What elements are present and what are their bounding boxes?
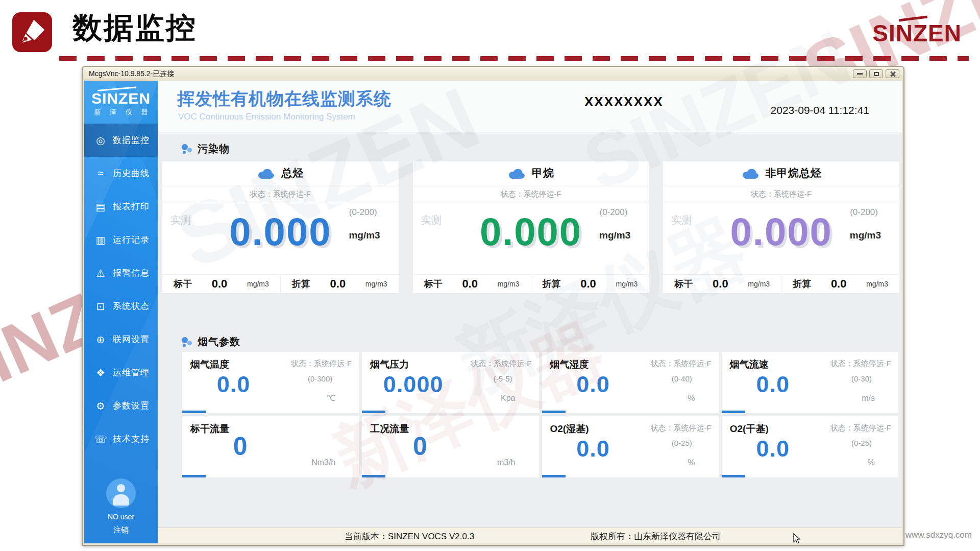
flue-param-name: 烟气流速	[730, 358, 769, 371]
range-label: (0-200)	[600, 207, 628, 218]
footer-reading-label: 标干	[174, 278, 192, 290]
sinzen-brand-logo: SINZEN	[872, 19, 962, 47]
range-label: (0-25)	[851, 439, 872, 447]
card-accent-bar	[362, 411, 385, 413]
flue-param-value: 0.0	[542, 436, 645, 462]
range-label: (0-200)	[850, 207, 878, 218]
flue-param-value: 0	[182, 432, 299, 461]
footer-reading-value: 0.0	[212, 277, 228, 291]
footer-reading: 标干0.0mg/m3	[162, 275, 280, 293]
status-text: 状态：系统停运-F	[162, 185, 399, 202]
footer-reading-value: 0.0	[831, 277, 847, 291]
pollutant-card: 甲烷状态：系统停运-F实测0.000(0-200)mg/m3标干0.0mg/m3…	[413, 161, 649, 293]
sidebar-logo-subtext: 新 泽 仪 器	[84, 108, 158, 117]
app-header: 挥发性有机物在线监测系统 VOC Continuous Emission Mon…	[158, 81, 902, 132]
sidebar-item-tech-support[interactable]: ☏技术支持	[84, 422, 158, 456]
unit-label: Kpa	[501, 394, 515, 403]
flue-card: 标干流量0Nm3/h	[182, 416, 359, 477]
alarm-icon: ⚠	[94, 267, 107, 279]
footer-reading-label: 折算	[543, 278, 561, 290]
flue-section-header: 烟气参数	[181, 335, 240, 349]
sidebar-item-label: 系统状态	[113, 300, 150, 312]
close-icon	[890, 71, 896, 77]
window-footer: 当前版本：SINZEN VOCS V2.0.3 版权所有：山东新泽仪器有限公司	[158, 528, 902, 543]
sidebar-item-label: 报警信息	[113, 267, 150, 279]
printer-icon: ▤	[94, 201, 107, 213]
user-avatar-icon[interactable]	[106, 478, 136, 508]
flue-card: O2(湿基)状态：系统停运-F(0-25)0.0%	[542, 416, 719, 477]
footer-reading: 折算0.0mg/m3	[531, 275, 649, 293]
card-accent-bar	[182, 411, 206, 413]
sidebar-item-label: 技术支持	[113, 433, 150, 445]
footer-reading: 标干0.0mg/m3	[413, 275, 531, 293]
unit-label: mg/m3	[349, 230, 380, 241]
footer-reading-value: 0.0	[330, 277, 346, 291]
flue-param-value: 0.0	[722, 371, 824, 398]
flue-card: 烟气温度状态：系统停运-F(0-300)0.0℃	[182, 352, 359, 413]
sidebar-item-label: 运维管理	[113, 367, 150, 378]
version-text: 当前版本：SINZEN VOCS V2.0.3	[345, 531, 474, 542]
sidebar-item-param-setup[interactable]: ⚙参数设置	[84, 389, 158, 422]
sidebar-logo-text: SINZEN	[84, 91, 158, 106]
sidebar-item-run-record[interactable]: ▥运行记录	[84, 223, 158, 256]
pollutant-name: 总烃	[281, 166, 304, 180]
footer-reading: 标干0.0mg/m3	[663, 275, 781, 293]
flue-card: O2(干基)状态：系统停运-F(0-25)0.0%	[722, 416, 898, 477]
sidebar-item-alarm-info[interactable]: ⚠报警信息	[84, 256, 158, 290]
close-button[interactable]	[886, 69, 899, 78]
monitor-icon: ◎	[94, 134, 107, 147]
flue-param-name: 烟气压力	[370, 358, 409, 371]
card-accent-bar	[362, 475, 385, 477]
flue-param-name: 烟气湿度	[550, 358, 589, 371]
user-block: NO user 注销	[84, 478, 158, 535]
sidebar-item-label: 历史曲线	[113, 167, 150, 179]
section-dots-icon	[181, 337, 192, 348]
pollutant-card: 总烃状态：系统停运-F实测0.000(0-200)mg/m3标干0.0mg/m3…	[162, 161, 399, 293]
unit-label: mg/m3	[850, 230, 881, 241]
flue-card: 烟气压力状态：系统停运-F(-5-5)0.000Kpa	[362, 352, 538, 413]
footer-reading-unit: mg/m3	[748, 280, 770, 288]
window-body: SINZEN 新 泽 仪 器 ◎数据监控≈历史曲线▤报表打印▥运行记录⚠报警信息…	[84, 81, 902, 543]
maximize-button[interactable]	[869, 69, 883, 78]
logout-button[interactable]: 注销	[84, 525, 158, 535]
sidebar-item-network-setup[interactable]: ⊕联网设置	[84, 323, 158, 356]
sidebar-item-maintenance[interactable]: ❖运维管理	[84, 356, 158, 389]
network-icon: ⊕	[94, 333, 107, 346]
flue-param-name: O2(干基)	[730, 422, 769, 436]
range-label: (0-25)	[672, 439, 692, 447]
window-titlebar[interactable]: McgsVnc-10.9.85.2-已连接	[83, 67, 903, 81]
pollutant-reading: 实测0.000(0-200)mg/m3	[162, 202, 399, 274]
pollutant-name: 甲烷	[532, 166, 554, 180]
status-text: 状态：系统停运-F	[663, 185, 899, 202]
status-text: 状态：系统停运-F	[830, 423, 891, 433]
cloud-icon	[507, 167, 526, 179]
sidebar-item-system-status[interactable]: ⊡系统状态	[84, 290, 158, 323]
unit-label: %	[688, 394, 695, 403]
card-accent-bar	[722, 475, 745, 477]
minimize-button[interactable]	[853, 69, 867, 78]
pollutant-reading: 实测0.000(0-200)mg/m3	[413, 202, 649, 274]
sidebar-item-label: 运行记录	[113, 234, 150, 246]
main-content: 挥发性有机物在线监测系统 VOC Continuous Emission Mon…	[158, 81, 902, 543]
range-label: (0-30)	[851, 374, 872, 383]
sidebar-item-report-print[interactable]: ▤报表打印	[84, 190, 158, 223]
slide-pen-icon	[12, 12, 52, 52]
footer-reading-value: 0.0	[713, 277, 728, 291]
sidebar-logo: SINZEN 新 泽 仪 器	[84, 81, 158, 124]
flue-param-name: 烟气温度	[190, 358, 229, 371]
sidebar-item-history-curve[interactable]: ≈历史曲线	[84, 157, 158, 190]
pollutant-cards: 总烃状态：系统停运-F实测0.000(0-200)mg/m3标干0.0mg/m3…	[162, 161, 899, 293]
section-title: 污染物	[198, 142, 230, 156]
maximize-icon	[874, 72, 879, 76]
datetime-display: 2023-09-04 11:12:41	[771, 104, 869, 116]
pollutant-card-header: 非甲烷总烃	[663, 161, 899, 185]
minimize-icon	[857, 73, 863, 75]
sidebar-item-data-monitor[interactable]: ◎数据监控	[84, 124, 158, 157]
flue-card: 烟气流速状态：系统停运-F(0-30)0.0m/s	[722, 352, 898, 413]
status-text: 状态：系统停运-F	[291, 359, 352, 369]
record-icon: ▥	[94, 234, 107, 246]
footer-reading-unit: mg/m3	[616, 280, 638, 288]
pollutant-name: 非甲烷总烃	[766, 166, 822, 180]
pollutant-card-footer: 标干0.0mg/m3折算0.0mg/m3	[413, 274, 649, 293]
pollutant-section-header: 污染物	[181, 142, 230, 156]
